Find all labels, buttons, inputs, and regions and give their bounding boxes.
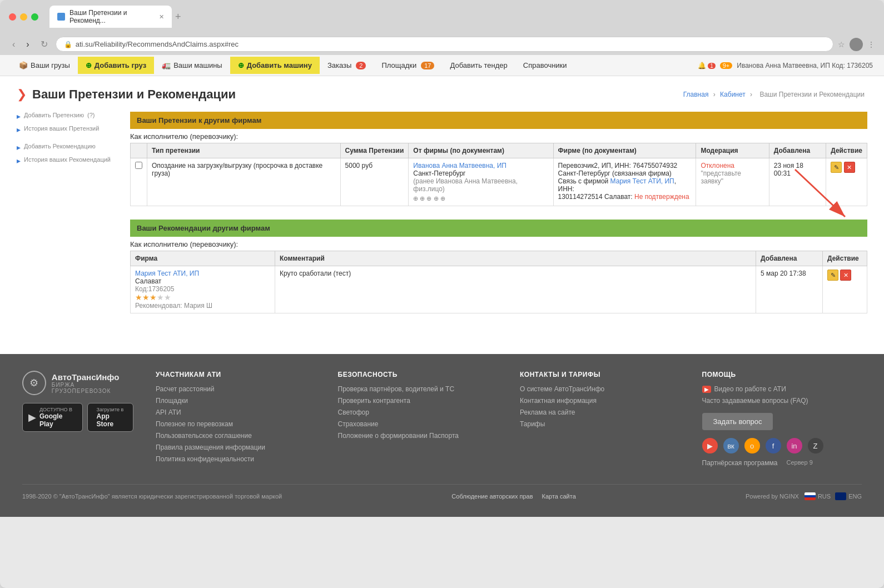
rec-table: Фирма Комментарий Добавлена Действие Мар… <box>130 251 867 313</box>
tab-favicon <box>57 13 65 21</box>
page-title: Ваши Претензии и Рекомендации <box>32 87 236 102</box>
footer-link-check-partners[interactable]: Проверка партнёров, водителей и ТС <box>338 385 498 393</box>
footer-link-check-counterpart[interactable]: Проверить контрагента <box>338 397 498 405</box>
claim-help[interactable]: (?) <box>87 112 95 118</box>
footer-top: ⚙ АвтоТрансИнфо БИРЖА ГРУЗОПЕРЕВОЗОК ▶ Д… <box>22 371 862 471</box>
footer-link-useful[interactable]: Полезное по перевозкам <box>156 420 316 428</box>
nav-machines-label: Ваши машины <box>173 61 222 69</box>
nav-add-cargo[interactable]: ⊕ Добавить груз <box>78 57 154 74</box>
claim-to-link[interactable]: Мария Тест АТИ, ИП <box>610 177 674 185</box>
tab-close-button[interactable]: ✕ <box>159 13 164 21</box>
footer-link-passport[interactable]: Положение о формировании Паспорта <box>338 432 498 440</box>
footer-col-contacts-title: КОНТАКТЫ И ТАРИФЫ <box>520 371 680 378</box>
lang-en[interactable]: ENG <box>835 492 862 500</box>
claim-sum-cell: 5000 руб <box>340 158 409 206</box>
social-youtube[interactable]: ▶ <box>702 438 718 454</box>
footer-link-platforms[interactable]: Площадки <box>156 397 316 405</box>
footer-link-contact-info[interactable]: Контактная информация <box>520 397 680 405</box>
reload-button[interactable]: ↻ <box>37 38 51 51</box>
social-facebook[interactable]: f <box>766 438 781 454</box>
footer-server: Сервер 9 <box>786 459 812 471</box>
lang-ru[interactable]: RUS <box>804 492 831 500</box>
footer-partner-program[interactable]: Партнёрская программа <box>702 459 778 467</box>
lang-ru-label: RUS <box>818 493 831 500</box>
active-tab[interactable]: Ваши Претензии и Рекоменд... ✕ <box>49 6 172 28</box>
col-rec-comment: Комментарий <box>275 251 756 266</box>
sidebar-claim-history-label: История ваших Претензий <box>24 125 99 132</box>
close-button[interactable] <box>9 13 16 21</box>
social-zen[interactable]: Z <box>808 438 823 454</box>
footer-copyright-link[interactable]: Соблюдение авторских прав <box>451 493 533 500</box>
minimize-button[interactable] <box>20 13 27 21</box>
sidebar-claim-history[interactable]: ▸ История ваших Претензий <box>17 125 117 134</box>
claim-from-cell: Иванова Анна Матвеевна, ИП Санкт-Петербу… <box>409 158 553 206</box>
claims-subsection: Как исполнителю (перевозчику): <box>130 129 867 143</box>
nav-platforms[interactable]: Площадки 17 <box>374 57 442 74</box>
bell-icon[interactable]: 🔔 1 <box>698 62 716 69</box>
claim-to-status: Не подтверждена <box>634 193 689 201</box>
claim-from-name[interactable]: Иванова Анна Матвеевна, ИП <box>413 162 506 170</box>
new-tab-button[interactable]: + <box>175 11 181 23</box>
nav-right: 🔔 1 9+ Иванова Анна Матвеевна, ИП Код: 1… <box>698 62 873 69</box>
footer-link-tariffs[interactable]: Тарифы <box>520 420 680 428</box>
social-ok[interactable]: о <box>744 438 760 454</box>
footer-link-api[interactable]: API АТИ <box>156 408 316 416</box>
google-play-badge[interactable]: ▶ ДОСТУПНО В Google Play <box>22 403 83 432</box>
sidebar-add-rec[interactable]: ▸ Добавить Рекомендацию <box>17 143 117 152</box>
col-claim-moderation: Модерация <box>696 143 769 158</box>
back-button[interactable]: ‹ <box>9 38 18 51</box>
claim-to-city: Санкт-Петербург (связанная фирма) <box>558 170 672 177</box>
nav-machines[interactable]: 🚛 Ваши машины <box>154 57 230 74</box>
url-field[interactable]: 🔒 ati.su/Reliability/RecommendsAndClaims… <box>56 37 833 52</box>
maximize-button[interactable] <box>31 13 38 21</box>
claim-checkbox[interactable] <box>135 162 142 169</box>
claim-moderation-text: Отклонена <box>701 162 734 170</box>
footer-link-rules[interactable]: Правила размещения информации <box>156 444 316 451</box>
claim-edit-button[interactable]: ✎ <box>831 162 842 173</box>
sidebar-rec-history[interactable]: ▸ История ваших Рекомендаций <box>17 156 117 165</box>
footer-brand-sub: БИРЖА ГРУЗОПЕРЕВОЗОК <box>52 382 133 394</box>
nav-cargo[interactable]: 📦 Ваши грузы <box>11 57 78 74</box>
rec-delete-button[interactable]: ✕ <box>840 270 851 281</box>
footer-link-traffic-light[interactable]: Светофор <box>338 408 498 416</box>
rec-section-header: Ваши Рекомендации другим фирмам <box>130 220 867 237</box>
footer-link-video[interactable]: ▶ Видео по работе с АТИ <box>702 385 862 393</box>
plus-icon2: ⊕ <box>238 61 244 69</box>
user-avatar[interactable] <box>850 38 863 51</box>
footer-col-ati-title: УЧАСТНИКАМ АТИ <box>156 371 316 378</box>
footer-link-faq[interactable]: Часто задаваемые вопросы (FAQ) <box>702 397 862 405</box>
claim-delete-button[interactable]: ✕ <box>844 162 855 173</box>
footer-link-distances[interactable]: Расчет расстояний <box>156 385 316 393</box>
footer-logo: ⚙ АвтоТрансИнфо БИРЖА ГРУЗОПЕРЕВОЗОК <box>22 371 133 395</box>
rec-edit-button[interactable]: ✎ <box>827 270 838 281</box>
youtube-icon: ▶ <box>702 386 711 393</box>
sidebar-add-claim[interactable]: ▸ Добавить Претензию (?) <box>17 112 117 121</box>
rec-comment-cell: Круто сработали (тест) <box>275 266 756 313</box>
nav-add-machine[interactable]: ⊕ Добавить машину <box>230 57 320 74</box>
footer-link-insurance[interactable]: Страхование <box>338 420 498 428</box>
rec-firm-name[interactable]: Мария Тест АТИ, ИП <box>135 270 199 277</box>
app-store-badge[interactable]: Загрузите в App Store <box>87 403 133 432</box>
breadcrumb-cabinet[interactable]: Кабинет <box>720 91 746 98</box>
claim-type: Опоздание на загрузку/выгрузку (просрочк… <box>152 162 322 177</box>
plus-icon: ⊕ <box>86 61 92 69</box>
social-instagram[interactable]: in <box>787 438 802 454</box>
social-vk[interactable]: вк <box>723 438 739 454</box>
star-icon[interactable]: ☆ <box>838 40 845 49</box>
claims-section-header: Ваши Претензии к другим фирмам <box>130 112 867 129</box>
table-row: Опоздание на загрузку/выгрузку (просрочк… <box>131 158 867 206</box>
forward-button[interactable]: › <box>23 38 32 51</box>
footer-link-about[interactable]: О системе АвтоТрансИнфо <box>520 385 680 393</box>
breadcrumb-home[interactable]: Главная <box>683 91 709 98</box>
nav-orders[interactable]: Заказы 2 <box>320 57 374 74</box>
footer-sitemap-link[interactable]: Карта сайта <box>542 493 576 500</box>
footer-link-advertising[interactable]: Реклама на сайте <box>520 408 680 416</box>
nav-add-tender[interactable]: Добавить тендер <box>442 57 515 74</box>
footer-ask-button[interactable]: Задать вопрос <box>702 413 773 430</box>
flag-ru-icon <box>804 492 816 500</box>
footer-link-privacy[interactable]: Политика конфиденциальности <box>156 455 316 463</box>
footer-link-agreement[interactable]: Пользовательское соглашение <box>156 432 316 440</box>
nav-orders-label: Заказы <box>327 61 351 69</box>
menu-icon[interactable]: ⋮ <box>867 40 875 49</box>
nav-references[interactable]: Справочники <box>515 57 575 74</box>
